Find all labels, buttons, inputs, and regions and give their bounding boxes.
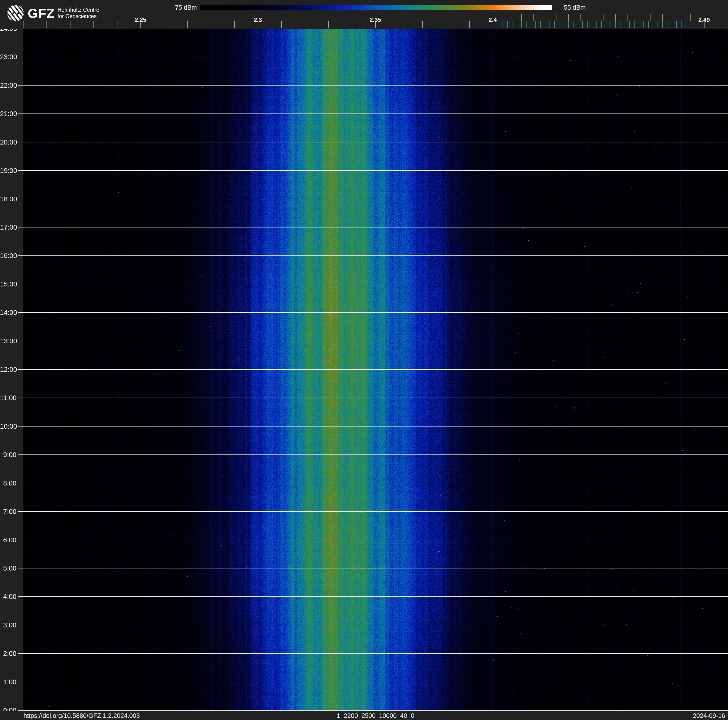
marker-tick-yellow	[592, 14, 592, 21]
time-label: 6:00	[0, 536, 17, 544]
time-label: 7:00	[0, 507, 17, 515]
freq-tick	[93, 21, 94, 28]
marker-tick-yellow	[690, 14, 691, 21]
time-label: 2:00	[0, 650, 17, 657]
hour-gridline	[18, 284, 728, 284]
marker-tick-teal	[601, 21, 602, 28]
gfz-logo-icon	[6, 4, 24, 22]
time-label: 22:00	[0, 81, 17, 89]
spectrogram-page: GFZ Helmholtz Centre for Geosciences -75…	[0, 0, 728, 720]
marker-tick-teal	[625, 21, 625, 28]
hour-gridline	[18, 57, 728, 57]
marker-tick-teal	[644, 21, 644, 28]
marker-tick-yellow	[615, 14, 616, 21]
marker-tick-teal	[667, 21, 667, 28]
hour-gridline	[18, 341, 728, 341]
marker-tick-yellow	[545, 14, 545, 21]
time-label: 12:00	[0, 366, 17, 374]
marker-tick-teal	[615, 21, 616, 28]
freq-tick	[305, 21, 305, 28]
hour-gridline	[18, 568, 728, 568]
marker-tick-teal	[554, 21, 555, 28]
hour-gridline	[18, 142, 728, 142]
marker-tick-yellow	[533, 14, 534, 21]
freq-tick	[352, 21, 352, 28]
hour-gridline	[18, 256, 728, 256]
marker-tick-yellow	[627, 14, 627, 21]
marker-tick-teal	[610, 21, 611, 28]
freq-tick	[446, 21, 446, 28]
hour-gridline	[18, 625, 728, 625]
time-label: 14:00	[0, 309, 17, 317]
time-label: 8:00	[0, 479, 17, 487]
marker-tick-yellow	[604, 14, 604, 21]
colorbar-min-label: -75 dBm	[173, 5, 197, 10]
marker-tick-teal	[573, 21, 574, 28]
freq-label: 2.3	[254, 17, 262, 23]
freq-tick	[281, 21, 282, 28]
time-label: 15:00	[0, 280, 17, 288]
hour-gridline	[18, 199, 728, 199]
marker-tick-teal	[592, 21, 592, 28]
marker-tick-teal	[531, 21, 531, 28]
time-label: 1:00	[0, 678, 17, 686]
marker-tick-teal	[568, 21, 569, 28]
freq-tick	[211, 21, 211, 28]
brand-name: GFZ	[28, 6, 55, 21]
marker-tick-teal	[535, 21, 536, 28]
header-bar: GFZ Helmholtz Centre for Geosciences -75…	[0, 0, 728, 29]
marker-tick-teal	[549, 21, 550, 28]
hour-gridline	[18, 312, 728, 313]
time-label: 17:00	[0, 224, 17, 231]
hour-gridline	[18, 369, 728, 370]
freq-tick	[117, 21, 118, 28]
time-label: 13:00	[0, 337, 17, 345]
marker-tick-teal	[517, 21, 517, 28]
hour-gridline	[18, 540, 728, 540]
marker-tick-teal	[512, 21, 512, 28]
hour-gridline	[18, 113, 728, 114]
time-label: 20:00	[0, 138, 17, 146]
marker-tick-teal	[606, 21, 606, 28]
hour-gridline	[18, 596, 728, 597]
marker-tick-teal	[620, 21, 621, 28]
freq-tick	[469, 21, 470, 28]
marker-tick-teal	[559, 21, 560, 28]
freq-label: 2.35	[370, 17, 381, 23]
marker-tick-teal	[503, 21, 503, 28]
hour-gridline	[18, 682, 728, 682]
marker-tick-teal	[596, 21, 597, 28]
marker-tick-teal	[676, 21, 677, 28]
marker-tick-yellow	[650, 14, 651, 21]
marker-tick-teal	[653, 21, 653, 28]
freq-tick	[23, 21, 23, 28]
time-label: 4:00	[0, 593, 17, 601]
marker-tick-teal	[587, 21, 587, 28]
time-label: 18:00	[0, 195, 17, 203]
marker-tick-teal	[545, 21, 545, 28]
hour-gridline	[18, 227, 728, 227]
freq-tick	[187, 21, 188, 28]
marker-tick-teal	[578, 21, 578, 28]
marker-tick-teal	[648, 21, 648, 28]
marker-tick-yellow	[568, 14, 569, 21]
hour-gridline	[18, 653, 728, 654]
freq-label: 2.25	[135, 17, 146, 23]
time-label: 23:00	[0, 53, 17, 61]
freq-label: 2.4	[489, 17, 497, 23]
marker-tick-teal	[583, 21, 583, 28]
freq-tick	[399, 21, 399, 28]
time-label: 9:00	[0, 451, 17, 458]
hour-gridline	[18, 85, 728, 86]
marker-tick-yellow	[662, 14, 663, 21]
time-label: 19:00	[0, 167, 17, 175]
freq-tick	[164, 21, 164, 28]
footer-bar: https://doi.org/10.5880/GFZ.1.2.2024.003…	[0, 711, 728, 720]
freq-tick	[46, 21, 47, 28]
brand-subtitle-line1: Helmholtz Centre	[58, 7, 99, 13]
marker-tick-teal	[671, 21, 672, 28]
marker-tick-yellow	[522, 14, 522, 21]
date-label: 2024-09-16	[693, 712, 725, 720]
freq-tick	[70, 21, 70, 28]
marker-tick-teal	[498, 21, 498, 28]
